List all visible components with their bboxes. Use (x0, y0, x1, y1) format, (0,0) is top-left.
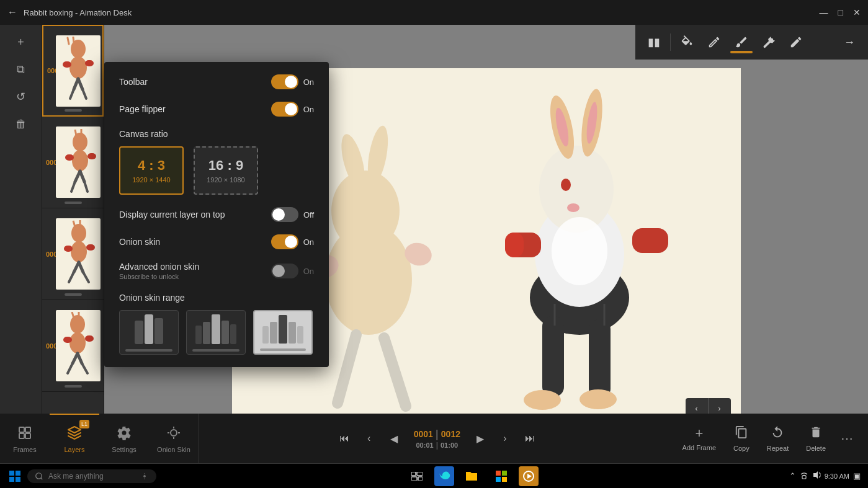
svg-point-13 (72, 150, 88, 171)
explorer-icon[interactable] (459, 464, 484, 489)
onion-range-1[interactable] (119, 310, 179, 355)
taskbar-right: ⌃ 9:30 AM ▣ (782, 471, 868, 481)
play-button[interactable]: ▶ (470, 428, 490, 448)
windows-start-icon[interactable] (5, 466, 25, 486)
pageflipper-toggle[interactable] (271, 102, 298, 117)
total-frames-number: 0012 (441, 429, 460, 439)
add-button[interactable]: + (10, 31, 32, 53)
chevron-up-icon[interactable]: ⌃ (789, 471, 796, 481)
add-frame-label: Add Frame (682, 444, 716, 451)
maximize-button[interactable]: □ (838, 7, 843, 17)
repeat-button[interactable]: Repeat (759, 425, 796, 452)
tab-settings[interactable]: Settings (99, 414, 149, 463)
animation-app-icon[interactable] (519, 466, 539, 486)
svg-line-27 (79, 262, 83, 272)
add-frame-button[interactable]: + Add Frame (675, 425, 723, 451)
svg-line-95 (819, 476, 821, 477)
copy-sidebar-button[interactable]: ⧉ (10, 58, 32, 81)
minimize-button[interactable]: — (820, 7, 828, 17)
close-button[interactable]: ✕ (853, 7, 861, 17)
step-back-button[interactable]: ‹ (359, 428, 379, 448)
frame-item-4[interactable]: 0004 (42, 300, 104, 392)
prev-frame-button[interactable]: ◀ (384, 428, 404, 448)
tool-brush-icon[interactable] (730, 31, 753, 53)
display-layer-toggle[interactable] (271, 207, 298, 222)
frame-item-1[interactable]: 0001 (42, 25, 104, 117)
back-button[interactable]: ← (7, 7, 17, 18)
advanced-onion-toggle-container: On (271, 264, 314, 278)
range-figures-2 (187, 313, 245, 347)
ratio-4-3-button[interactable]: 4 : 3 1920 × 1440 (119, 146, 184, 195)
taskbar-center (161, 464, 782, 489)
notification-icon[interactable]: ▣ (853, 471, 861, 481)
volume-icon[interactable] (812, 471, 821, 481)
layers-badge: L1 (79, 420, 89, 428)
add-frame-icon: + (695, 425, 703, 441)
canvas-ratio-section: Canvas ratio 4 : 3 1920 × 1440 16 : 9 19… (119, 129, 314, 195)
search-input[interactable] (48, 472, 135, 481)
network-icon[interactable] (800, 471, 808, 481)
svg-line-81 (41, 477, 43, 479)
display-layer-knob (272, 208, 285, 221)
onion-range-2[interactable] (186, 310, 246, 355)
frame-indicator-3 (65, 293, 82, 296)
skip-start-button[interactable]: ⏮ (334, 428, 354, 448)
windows-taskbar: ⌃ 9:30 AM ▣ (0, 463, 868, 488)
advanced-onion-toggle[interactable] (271, 264, 298, 278)
store-icon[interactable] (489, 464, 514, 489)
toolbar-toggle-knob (285, 76, 297, 88)
svg-point-23 (71, 241, 87, 262)
more-options-icon[interactable]: ⋯ (836, 431, 858, 446)
frames-tab-icon (17, 425, 32, 443)
svg-rect-62 (589, 319, 611, 399)
tool-arrow-right-icon[interactable]: → (838, 31, 861, 53)
tab-frames[interactable]: Frames (0, 414, 50, 463)
delete-button[interactable]: Delete (799, 425, 833, 452)
skip-end-button[interactable]: ⏭ (520, 428, 540, 448)
frame-thumb-1 (56, 35, 101, 107)
tab-layers[interactable]: L1 Layers (50, 414, 99, 463)
next-frame-button[interactable]: › (495, 428, 515, 448)
ratio-options: 4 : 3 1920 × 1440 16 : 9 1920 × 1080 (119, 146, 314, 195)
svg-line-31 (72, 312, 74, 318)
svg-rect-68 (25, 427, 30, 432)
toolbar-toggle[interactable] (271, 74, 298, 89)
tool-pause-icon[interactable]: ▮▮ (643, 31, 665, 53)
onion-skin-row: Onion skin On (119, 234, 314, 249)
left-sidebar: + ⧉ ↺ 🗑 (0, 25, 42, 434)
svg-rect-76 (9, 471, 14, 476)
svg-rect-78 (9, 477, 14, 482)
delete-sidebar-button[interactable]: 🗑 (10, 113, 32, 135)
edge-icon[interactable] (434, 466, 454, 486)
svg-rect-15 (87, 153, 96, 159)
onion-skin-tab-label: Onion Skin (157, 446, 190, 453)
svg-point-10 (73, 133, 87, 151)
onion-range-3[interactable] (253, 310, 313, 355)
pageflipper-label: Page flipper (119, 104, 166, 114)
time-divider: | (436, 441, 438, 450)
canvas-ratio-label: Canvas ratio (119, 129, 314, 139)
app-title: Rabbit boxing - Aimation Desk (24, 8, 132, 17)
frame-item-3[interactable]: 0003 (42, 208, 104, 300)
tool-pen-icon[interactable] (703, 31, 725, 53)
range-indicator-2 (192, 349, 239, 352)
onion-skin-toggle[interactable] (271, 234, 298, 249)
svg-line-11 (75, 130, 76, 136)
current-time: 00:01 (416, 441, 433, 449)
frame-item-2[interactable]: 0002 (42, 117, 104, 208)
search-bar[interactable] (27, 469, 156, 483)
refresh-button[interactable]: ↺ (10, 86, 32, 108)
tab-onion-skin[interactable]: Onion Skin (149, 414, 199, 463)
ratio-16-9-button[interactable]: 16 : 9 1920 × 1080 (194, 146, 258, 195)
copy-button[interactable]: Copy (726, 425, 757, 452)
svg-rect-69 (19, 433, 24, 438)
svg-point-56 (567, 203, 579, 212)
tool-wrench-icon[interactable] (758, 31, 780, 53)
svg-rect-77 (16, 471, 20, 476)
tool-bucket-icon[interactable] (676, 31, 698, 53)
svg-point-41 (331, 171, 400, 251)
figure-ghost-1a (135, 321, 143, 344)
copy-label: Copy (733, 445, 749, 452)
tool-pencil-icon[interactable] (785, 31, 807, 53)
taskview-icon[interactable] (405, 464, 429, 489)
